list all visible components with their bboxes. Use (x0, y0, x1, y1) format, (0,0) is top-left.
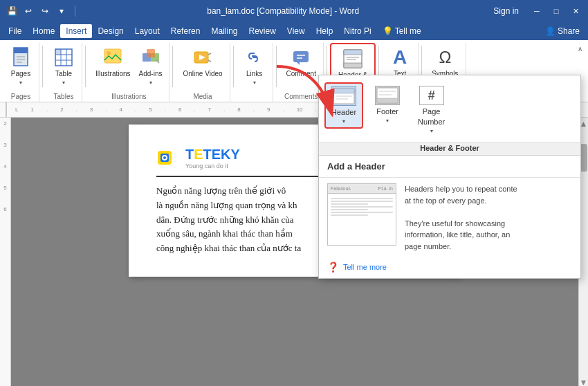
pages-arrow: ▾ (19, 80, 22, 86)
tables-group-label: Tables (54, 91, 74, 100)
preview-header-bar: Fabulous P1a. in (328, 184, 396, 194)
hf-dropdown-header: Header ▾ Footer ▾ # Page Number (319, 75, 580, 156)
help-circle-icon: ❓ (327, 261, 339, 273)
svg-rect-11 (104, 49, 121, 63)
add-ins-button[interactable]: Add-ins ▾ (136, 44, 165, 88)
ribbon-group-comments: Comment Comments (279, 43, 324, 102)
pages-group-label: Pages (11, 91, 30, 100)
titlebar-left: 💾 ↩ ↪ ▾ (6, 5, 78, 17)
person-icon: 👤 (545, 26, 555, 36)
scroll-thumb[interactable] (580, 144, 587, 172)
footer-dropdown-label: Footer (376, 107, 398, 116)
menu-help[interactable]: Help (311, 24, 339, 38)
links-icon (244, 46, 266, 68)
menu-mailing[interactable]: Mailing (205, 24, 243, 38)
sep2 (85, 46, 86, 87)
svg-rect-40 (377, 98, 398, 103)
titlebar-title: ban_lam.doc [Compatibility Mode] - Word (78, 6, 488, 16)
customize-qa-icon[interactable]: ▾ (55, 5, 68, 17)
online-video-button[interactable]: Online Video (180, 44, 225, 80)
svg-line-20 (208, 60, 211, 62)
svg-marker-23 (297, 62, 300, 65)
menu-layout[interactable]: Layout (129, 24, 165, 38)
hf-content: Fabulous P1a. in Headers help you to rep… (319, 178, 580, 257)
header-footer-icon (342, 48, 364, 70)
hf-desc-line6: page number. (405, 241, 572, 252)
hf-desc-line5: information, like title, author, an (405, 229, 572, 241)
hf-desc-line2: at the top of every page. (405, 195, 572, 207)
svg-point-34 (163, 156, 166, 159)
comment-button[interactable]: Comment (284, 44, 319, 80)
svg-rect-28 (344, 63, 362, 68)
redo-icon[interactable]: ↪ (39, 5, 51, 17)
pages-label: Pages (11, 70, 30, 78)
footer-dropdown-arrow: ▾ (386, 118, 389, 124)
add-ins-arrow: ▾ (149, 80, 152, 86)
tell-me-more-link[interactable]: ❓ Tell me more (319, 257, 580, 278)
sep4 (233, 46, 234, 87)
tell-me-more-text: Tell me more (343, 263, 387, 271)
header-dropdown-arrow: ▾ (342, 118, 345, 125)
preview-label: Fabulous (331, 186, 351, 191)
footer-dropdown-button[interactable]: Footer ▾ (369, 82, 406, 127)
titlebar: 💾 ↩ ↪ ▾ ban_lam.doc [Compatibility Mode]… (0, 0, 588, 22)
scroll-down-button[interactable]: ▼ (578, 376, 588, 386)
menu-insert[interactable]: Insert (60, 24, 92, 38)
ribbon-group-links: Links ▾ (237, 43, 273, 102)
restore-button[interactable]: □ (549, 4, 563, 18)
table-arrow: ▾ (62, 80, 65, 86)
menu-design[interactable]: Design (92, 24, 129, 38)
preview-line-5 (331, 209, 368, 210)
preview-line-2 (331, 201, 393, 202)
media-items: Online Video (180, 44, 225, 91)
header-dropdown-icon (331, 86, 356, 106)
links-items: Links ▾ (241, 44, 268, 99)
ribbon-group-pages: Pages ▾ Pages (3, 43, 39, 102)
illustrations-items: Illustrations Add-ins ▾ (93, 44, 165, 91)
footer-dropdown-icon (375, 86, 400, 105)
svg-line-19 (208, 53, 211, 55)
preview-line-7 (331, 214, 368, 216)
menu-share[interactable]: 👤 Share (540, 24, 585, 38)
header-dropdown-button[interactable]: Header ▾ (324, 82, 363, 129)
pages-icon (10, 46, 32, 68)
menu-review[interactable]: Review (243, 24, 281, 38)
hf-description: Headers help you to repeat conte at the … (405, 183, 572, 252)
ribbon-group-pages-items: Pages ▾ (7, 44, 35, 91)
menu-referen[interactable]: Referen (165, 24, 206, 38)
undo-icon[interactable]: ↩ (22, 5, 35, 17)
menu-home[interactable]: Home (27, 24, 60, 38)
collapse-ribbon-button[interactable]: ∧ (574, 43, 585, 54)
page-number-dropdown-button[interactable]: # Page Number ▾ (412, 82, 451, 138)
sign-in-button[interactable]: Sign in (488, 5, 524, 17)
svg-rect-27 (344, 50, 362, 55)
menu-tell-me[interactable]: 💡 Tell me (377, 24, 427, 38)
comments-items: Comment (284, 44, 319, 91)
sep1 (42, 46, 43, 87)
preview-line-3 (331, 203, 368, 205)
minimize-button[interactable]: ─ (530, 4, 544, 18)
menu-view[interactable]: View (282, 24, 311, 38)
svg-rect-1 (14, 48, 28, 53)
close-button[interactable]: ✕ (569, 4, 582, 18)
illustrations-button[interactable]: Illustrations (93, 44, 134, 80)
preview-lines (328, 194, 396, 220)
logo-ky: TEKY (203, 147, 240, 163)
table-label: Table (55, 70, 72, 78)
pages-button[interactable]: Pages ▾ (7, 44, 35, 88)
logo-tagline: Young can do it (185, 163, 240, 169)
table-button[interactable]: Table ▾ (50, 44, 77, 88)
menu-file[interactable]: File (3, 24, 27, 38)
online-video-label: Online Video (183, 70, 222, 78)
preview-line-6 (331, 212, 393, 213)
preview-pagenum: P1a. in (378, 186, 393, 191)
save-icon[interactable]: 💾 (6, 5, 18, 17)
links-button[interactable]: Links ▾ (241, 44, 268, 88)
menu-nitro[interactable]: Nitro Pi (338, 24, 376, 38)
links-arrow: ▾ (253, 80, 256, 86)
hf-desc-line4: They're useful for showcasing (405, 218, 572, 230)
symbols-icon: Ω (434, 46, 456, 68)
page-number-label2: Number (418, 118, 445, 126)
logo-e: E (194, 147, 203, 163)
add-ins-icon (140, 46, 162, 68)
